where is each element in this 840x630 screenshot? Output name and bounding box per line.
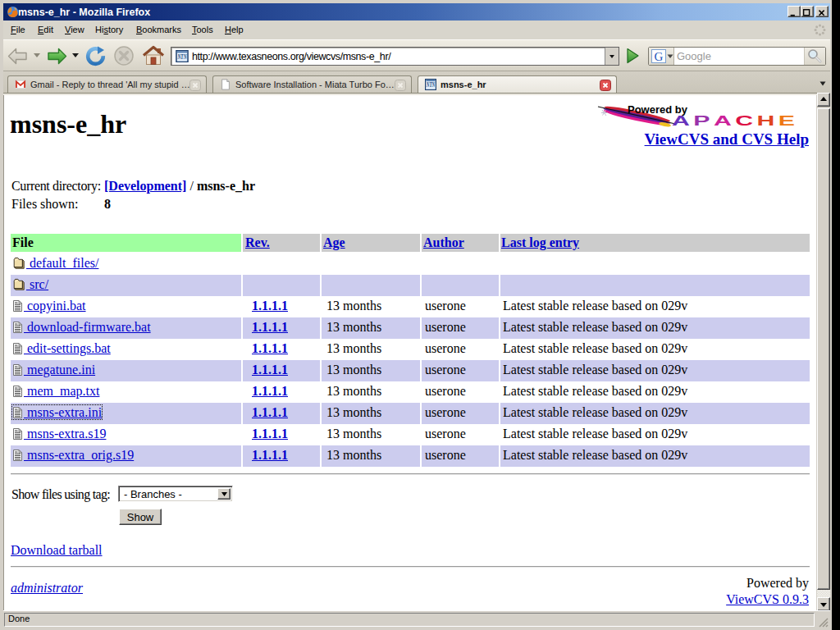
svg-text:NTN: NTN — [177, 52, 187, 61]
svg-text:G: G — [655, 50, 664, 63]
svg-text:NTN: NTN — [426, 81, 435, 89]
svg-text:APACHE: APACHE — [672, 113, 798, 129]
